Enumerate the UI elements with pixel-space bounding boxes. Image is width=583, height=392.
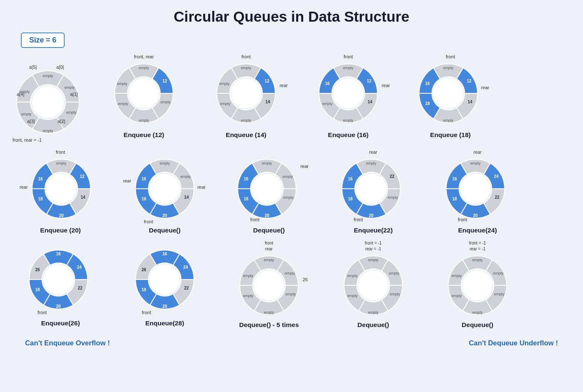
- svg-text:empty: empty: [390, 292, 400, 296]
- enqueue24-label: Enqueue(24): [458, 227, 497, 234]
- diagram-enqueue-28: front 24 22 20 18 26 16: [119, 240, 211, 327]
- svg-text:16: 16: [162, 252, 167, 256]
- svg-text:18: 18: [244, 197, 249, 201]
- svg-text:18: 18: [425, 101, 430, 106]
- diagram-enqueue-18: front 12 14 empty empty: [405, 54, 496, 139]
- svg-text:empty: empty: [443, 66, 454, 70]
- svg-text:empty: empty: [322, 102, 333, 106]
- svg-point-13: [129, 78, 159, 108]
- enqueue20-label: Enqueue (20): [40, 227, 80, 234]
- svg-text:20: 20: [56, 304, 61, 309]
- svg-text:empty: empty: [472, 258, 483, 262]
- svg-text:18: 18: [141, 287, 146, 292]
- svg-text:14: 14: [80, 195, 85, 200]
- svg-text:empty: empty: [389, 271, 400, 275]
- diagram-dequeue-2: rear front empty empty 20 18 16 empty: [223, 150, 315, 234]
- svg-text:18: 18: [35, 287, 40, 292]
- donut-enqueue16: 12 14 empty empty 16 empty 16: [315, 60, 382, 127]
- svg-text:14: 14: [184, 195, 189, 200]
- donut-enqueue26: 24 22 20 18 26 16: [25, 246, 92, 313]
- svg-text:20: 20: [264, 213, 269, 218]
- svg-text:16: 16: [348, 177, 353, 181]
- svg-text:empty: empty: [118, 102, 128, 106]
- diagram-enqueue-12: front, rear 12 empty empty empty empty e…: [98, 54, 190, 139]
- svg-text:empty: empty: [139, 118, 149, 122]
- svg-text:empty: empty: [343, 118, 354, 122]
- svg-text:empty: empty: [452, 274, 462, 278]
- svg-text:empty: empty: [347, 294, 358, 298]
- enqueue12-top: front, rear: [134, 54, 154, 59]
- enqueue24-top: rear: [473, 150, 482, 155]
- enqueue26-label: Enqueue(26): [41, 320, 80, 327]
- svg-text:20: 20: [162, 304, 167, 309]
- initial-donut: empty empty empty empty empty empty: [13, 62, 83, 142]
- enqueue12-label: Enqueue (12): [123, 131, 164, 139]
- donut-enqueue12: 12 empty empty empty empty empty: [111, 60, 177, 127]
- svg-text:empty: empty: [283, 175, 293, 179]
- svg-point-101: [358, 270, 388, 300]
- donut-dequeue4: empty empty empty empty empty empty: [444, 252, 511, 319]
- svg-text:24: 24: [183, 265, 188, 270]
- enqueue16-label: Enqueue (16): [328, 131, 368, 139]
- svg-text:16: 16: [38, 177, 43, 181]
- svg-text:empty: empty: [286, 292, 296, 296]
- svg-text:24: 24: [494, 174, 499, 179]
- dequeue2-label: Dequeue(): [253, 227, 285, 234]
- svg-text:empty: empty: [117, 82, 128, 86]
- svg-text:20: 20: [473, 213, 478, 218]
- svg-text:empty: empty: [66, 110, 77, 115]
- svg-text:empty: empty: [181, 175, 191, 179]
- svg-text:empty: empty: [160, 161, 170, 165]
- svg-text:16: 16: [56, 252, 61, 256]
- svg-text:empty: empty: [43, 74, 53, 78]
- diagram-enqueue-24: rear front 24 22 20 18 16 empty: [432, 150, 523, 234]
- svg-text:16: 16: [244, 177, 249, 181]
- svg-text:empty: empty: [21, 112, 32, 116]
- svg-text:empty: empty: [219, 82, 230, 86]
- size-label: Size = 6: [21, 32, 65, 48]
- diagram-enqueue-20: front rear 12 14 empty 18 16 empty: [15, 150, 106, 234]
- svg-text:16: 16: [325, 81, 330, 86]
- svg-text:empty: empty: [220, 102, 231, 106]
- donut-enqueue22: 22 empty 20 18 16 empty: [338, 155, 405, 222]
- donut-enqueue24: 24 22 20 18 16 empty: [442, 155, 509, 222]
- diagram-dequeue-4: front = -1rear = -1 empty empty empty em…: [432, 240, 523, 329]
- page-title: Circular Queues in Data Structure: [8, 8, 575, 25]
- svg-text:18: 18: [452, 197, 457, 201]
- svg-text:empty: empty: [388, 195, 398, 200]
- diagram-enqueue-22: rear front 22 empty 20 18 16 empty: [327, 150, 419, 234]
- enqueue18-top: front: [446, 54, 455, 59]
- enqueue22-top: rear: [369, 150, 377, 155]
- footer-left: Can't Enqueue Overflow !: [25, 339, 110, 347]
- svg-point-28: [333, 78, 363, 108]
- enqueue26-top: [60, 240, 61, 245]
- svg-point-6: [32, 86, 64, 118]
- svg-text:empty: empty: [472, 310, 483, 315]
- svg-point-94: [254, 270, 284, 300]
- svg-text:empty: empty: [161, 100, 171, 104]
- svg-text:empty: empty: [347, 274, 358, 278]
- svg-text:18: 18: [348, 197, 353, 201]
- svg-text:16: 16: [425, 81, 430, 86]
- svg-text:empty: empty: [494, 292, 505, 296]
- svg-text:empty: empty: [452, 294, 462, 298]
- diagram-enqueue-14: front 12 14 empty empty empty empty: [200, 54, 292, 139]
- svg-text:26: 26: [141, 267, 146, 272]
- diagram-enqueue-26: front 24 22 20 18 26 16: [15, 240, 106, 327]
- dequeue1-top: [164, 150, 165, 155]
- donut-dequeue2: empty empty 20 18 16 empty: [234, 155, 300, 222]
- svg-text:empty: empty: [243, 274, 254, 278]
- svg-text:26: 26: [35, 267, 40, 272]
- dequeue2-top: [268, 150, 269, 155]
- init-front-rear: front, rear = -1: [13, 137, 42, 142]
- svg-text:16: 16: [141, 177, 146, 181]
- svg-point-20: [231, 78, 261, 108]
- dequeue1-label: Dequeue(): [149, 227, 181, 234]
- svg-text:24: 24: [77, 265, 82, 270]
- svg-point-108: [462, 270, 493, 300]
- init-a3: a[3]: [27, 119, 35, 124]
- svg-text:22: 22: [78, 286, 83, 290]
- svg-text:empty: empty: [243, 294, 254, 298]
- svg-text:14: 14: [265, 100, 270, 104]
- svg-text:22: 22: [495, 195, 500, 200]
